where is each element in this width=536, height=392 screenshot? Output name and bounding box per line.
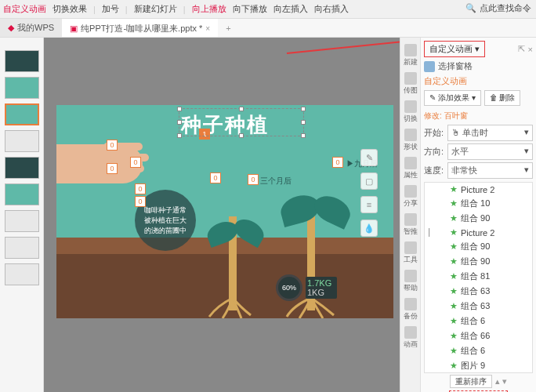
tool-new[interactable]: 新建	[402, 44, 419, 71]
start-select[interactable]: 🖱 单击时▾	[447, 125, 533, 141]
rb-trans[interactable]: 切换效果	[53, 3, 87, 15]
star-icon: ★	[450, 361, 458, 371]
panel-title[interactable]: 自定义动画 ▾	[424, 41, 485, 57]
anim-badge[interactable]: 0	[210, 172, 221, 183]
close-icon[interactable]: ×	[205, 24, 210, 33]
thumb[interactable]	[5, 210, 39, 232]
star-icon: ★	[450, 227, 458, 238]
tool-icon	[404, 241, 417, 254]
delete-button[interactable]: 🗑 删除	[484, 90, 521, 106]
anim-item[interactable]: ★组合 90	[425, 254, 532, 269]
thumb[interactable]	[5, 237, 39, 259]
thumb[interactable]	[5, 183, 39, 205]
section-title: 自定义动画	[424, 75, 533, 87]
tab-bar: ◆我的WPS ▣纯PPT打造-咖啡从哪里来.pptx *× +	[0, 19, 536, 38]
ribbon-bar: 自定义动画 切换效果 | 加号 | 新建幻灯片 | 向上播放 向下播放 向左插入…	[0, 0, 536, 19]
gauge-readout: 1.7KG1KG	[306, 277, 337, 299]
tab-add[interactable]: +	[218, 19, 238, 37]
selection-box[interactable]	[179, 108, 304, 136]
tool-anim[interactable]: 动画	[402, 326, 419, 353]
plant-1[interactable]	[229, 216, 237, 318]
anim-item[interactable]: ★组合 90	[425, 211, 532, 226]
slide-thumbnails	[0, 38, 44, 392]
search-hint: 点此查找命令	[480, 2, 531, 14]
anim-item[interactable]: ★组合 6	[425, 314, 532, 328]
tab-file[interactable]: ▣纯PPT打造-咖啡从哪里来.pptx *×	[62, 19, 218, 37]
reorder-button[interactable]: 重新排序	[450, 375, 492, 388]
thumb[interactable]	[5, 157, 39, 179]
anim-item[interactable]: ǀ★Picture 2	[425, 226, 532, 239]
tool-tool[interactable]: 工具	[402, 241, 419, 268]
panel-opts-icon[interactable]: ⇱	[518, 44, 525, 54]
panel-close-icon[interactable]: ×	[528, 45, 533, 54]
canvas[interactable]: 种子种植 咖啡种子通常被种植在巨大的浇的苗圃中 ▶九月后 ▶三个月后 ✎	[44, 38, 400, 392]
anim-item[interactable]: ★组合 66	[425, 328, 532, 343]
side-panel: 新建传图切换形状属性分享智推工具帮助备份动画 自定义动画 ▾ ⇱ × 选择窗格 …	[400, 38, 536, 392]
anim-badge[interactable]: 0	[135, 183, 146, 194]
anim-item[interactable]: ★组合 90	[425, 239, 532, 254]
rb-up[interactable]: 向上播放	[192, 3, 226, 15]
add-effect-button[interactable]: ✎ 添加效果 ▾	[424, 90, 481, 106]
smart-icon	[404, 213, 417, 226]
star-icon: ★	[450, 301, 458, 311]
thumb[interactable]	[5, 263, 39, 285]
tool-tpl[interactable]: 传图	[402, 72, 419, 99]
anim-badge[interactable]: 0	[107, 163, 118, 174]
anim-badge[interactable]: 0	[130, 157, 141, 168]
anim-badge[interactable]: 0	[248, 174, 259, 185]
thumb[interactable]	[5, 50, 39, 72]
trans-icon	[404, 100, 417, 113]
tool-backup[interactable]: 备份	[402, 298, 419, 325]
thumb[interactable]	[5, 130, 39, 152]
start-label: 开始:	[424, 127, 447, 139]
anim-item[interactable]: ★组合 6	[425, 343, 532, 358]
tool-trans[interactable]: 切换	[402, 100, 419, 127]
select-pane-icon	[424, 61, 435, 72]
tab-home[interactable]: ◆我的WPS	[0, 19, 62, 37]
anim-item[interactable]: ★组合 63	[425, 284, 532, 299]
shape-icon	[404, 129, 417, 141]
layers-icon[interactable]: ≡	[360, 196, 378, 213]
anim-item[interactable]: ★组合 81	[425, 269, 532, 284]
tool-column: 新建传图切换形状属性分享智推工具帮助备份动画	[400, 38, 421, 392]
star-icon: ★	[450, 241, 458, 252]
star-icon: ★	[450, 316, 458, 326]
anim-item[interactable]: ★图片 9	[425, 358, 532, 373]
speed-select[interactable]: 非常快▾	[447, 162, 533, 179]
tool-prop[interactable]: 属性	[402, 157, 419, 183]
star-icon: ★	[450, 198, 458, 209]
anim-item[interactable]: ★组合 10	[425, 196, 532, 211]
rb-add[interactable]: 加号	[102, 3, 119, 15]
svg-line-0	[287, 40, 400, 53]
anim-item[interactable]: ★组合 63	[425, 299, 532, 314]
tool-help[interactable]: 帮助	[402, 270, 419, 296]
star-icon: ★	[450, 213, 458, 223]
drop-icon[interactable]: 💧	[360, 220, 378, 237]
edit-icon[interactable]: ✎	[360, 149, 378, 166]
tool-smart[interactable]: 智推	[402, 213, 419, 240]
gauge-pct: 60%	[276, 274, 302, 301]
rb-anim[interactable]: 自定义动画	[3, 3, 46, 15]
share-icon	[404, 185, 417, 198]
slide-tool-buttons: ✎ ▢ ≡ 💧	[360, 149, 378, 237]
slide-editor[interactable]: 种子种植 咖啡种子通常被种植在巨大的浇的苗圃中 ▶九月后 ▶三个月后 ✎	[56, 105, 393, 318]
new-icon	[404, 44, 417, 56]
rb-left[interactable]: 向左插入	[273, 3, 308, 15]
dir-select[interactable]: 水平▾	[447, 143, 533, 160]
rb-right[interactable]: 向右插入	[314, 3, 349, 15]
anim-badge[interactable]: 0	[135, 196, 146, 207]
animation-list[interactable]: ★Picture 2★组合 10★组合 90ǀ★Picture 2★组合 90★…	[424, 182, 533, 373]
prop-icon	[404, 157, 417, 169]
rb-new[interactable]: 新建幻灯片	[134, 3, 177, 15]
tool-shape[interactable]: 形状	[402, 129, 419, 155]
tool-share[interactable]: 分享	[402, 185, 419, 212]
thumb-selected[interactable]	[5, 103, 39, 125]
rb-down[interactable]: 向下播放	[233, 3, 267, 15]
select-pane-link[interactable]: 选择窗格	[424, 60, 533, 72]
anim-badge[interactable]: 0	[332, 157, 343, 168]
anim-badge[interactable]: 0	[107, 140, 118, 151]
search-box[interactable]: 🔍 点此查找命令	[465, 2, 531, 14]
anim-item[interactable]: ★Picture 2	[425, 183, 532, 196]
image-icon[interactable]: ▢	[360, 172, 378, 190]
thumb[interactable]	[5, 77, 39, 99]
